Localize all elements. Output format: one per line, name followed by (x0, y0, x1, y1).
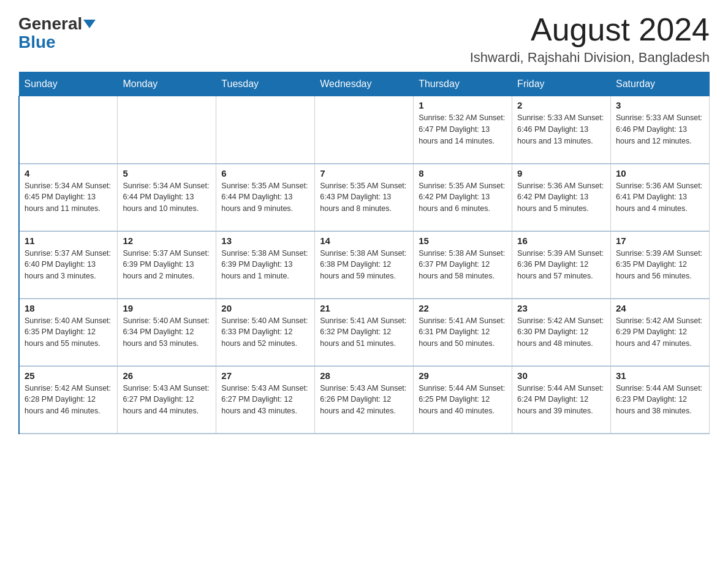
table-row: 31Sunrise: 5:44 AM Sunset: 6:23 PM Dayli… (611, 366, 710, 434)
table-row: 22Sunrise: 5:41 AM Sunset: 6:31 PM Dayli… (414, 299, 512, 366)
table-row: 28Sunrise: 5:43 AM Sunset: 6:26 PM Dayli… (315, 366, 414, 434)
table-row: 18Sunrise: 5:40 AM Sunset: 6:35 PM Dayli… (19, 299, 118, 366)
day-info: Sunrise: 5:42 AM Sunset: 6:29 PM Dayligh… (616, 315, 704, 350)
day-info: Sunrise: 5:40 AM Sunset: 6:35 PM Dayligh… (25, 315, 112, 350)
col-wednesday: Wednesday (315, 72, 414, 96)
day-info: Sunrise: 5:34 AM Sunset: 6:45 PM Dayligh… (25, 180, 112, 215)
week-row-3: 11Sunrise: 5:37 AM Sunset: 6:40 PM Dayli… (19, 231, 710, 299)
table-row: 9Sunrise: 5:36 AM Sunset: 6:42 PM Daylig… (512, 164, 611, 231)
day-number: 25 (25, 370, 112, 381)
day-info: Sunrise: 5:40 AM Sunset: 6:33 PM Dayligh… (221, 315, 309, 350)
page-header: General Blue August 2024 Ishwardi, Rajsh… (18, 12, 710, 66)
day-number: 21 (320, 303, 408, 313)
table-row (315, 96, 414, 164)
table-row: 26Sunrise: 5:43 AM Sunset: 6:27 PM Dayli… (118, 366, 216, 434)
calendar-table: Sunday Monday Tuesday Wednesday Thursday… (18, 72, 710, 434)
day-number: 22 (419, 303, 507, 313)
table-row: 29Sunrise: 5:44 AM Sunset: 6:25 PM Dayli… (414, 366, 512, 434)
day-number: 11 (25, 236, 112, 246)
title-section: August 2024 Ishwardi, Rajshahi Division,… (470, 12, 710, 66)
table-row: 4Sunrise: 5:34 AM Sunset: 6:45 PM Daylig… (19, 164, 118, 231)
day-number: 14 (320, 236, 408, 246)
day-number: 16 (517, 236, 605, 246)
location-subtitle: Ishwardi, Rajshahi Division, Bangladesh (470, 50, 710, 66)
table-row: 30Sunrise: 5:44 AM Sunset: 6:24 PM Dayli… (512, 366, 611, 434)
table-row: 11Sunrise: 5:37 AM Sunset: 6:40 PM Dayli… (19, 231, 118, 299)
day-info: Sunrise: 5:41 AM Sunset: 6:32 PM Dayligh… (320, 315, 408, 350)
table-row (118, 96, 216, 164)
day-number: 13 (221, 236, 309, 246)
logo-blue-text: Blue (18, 33, 56, 52)
table-row: 24Sunrise: 5:42 AM Sunset: 6:29 PM Dayli… (611, 299, 710, 366)
table-row (19, 96, 118, 164)
day-info: Sunrise: 5:39 AM Sunset: 6:36 PM Dayligh… (517, 248, 605, 282)
day-info: Sunrise: 5:37 AM Sunset: 6:39 PM Dayligh… (123, 248, 211, 282)
day-number: 27 (221, 370, 309, 381)
table-row: 23Sunrise: 5:42 AM Sunset: 6:30 PM Dayli… (512, 299, 611, 366)
logo: General Blue (18, 12, 96, 52)
table-row: 12Sunrise: 5:37 AM Sunset: 6:39 PM Dayli… (118, 231, 216, 299)
col-saturday: Saturday (611, 72, 710, 96)
day-info: Sunrise: 5:42 AM Sunset: 6:30 PM Dayligh… (517, 315, 605, 350)
day-number: 5 (123, 168, 211, 178)
table-row: 14Sunrise: 5:38 AM Sunset: 6:38 PM Dayli… (315, 231, 414, 299)
day-info: Sunrise: 5:39 AM Sunset: 6:35 PM Dayligh… (616, 248, 704, 282)
day-number: 9 (517, 168, 605, 178)
col-thursday: Thursday (414, 72, 512, 96)
table-row: 16Sunrise: 5:39 AM Sunset: 6:36 PM Dayli… (512, 231, 611, 299)
col-tuesday: Tuesday (216, 72, 315, 96)
table-row: 15Sunrise: 5:38 AM Sunset: 6:37 PM Dayli… (414, 231, 512, 299)
week-row-2: 4Sunrise: 5:34 AM Sunset: 6:45 PM Daylig… (19, 164, 710, 231)
day-info: Sunrise: 5:35 AM Sunset: 6:42 PM Dayligh… (419, 180, 507, 215)
day-info: Sunrise: 5:35 AM Sunset: 6:43 PM Dayligh… (320, 180, 408, 215)
day-number: 2 (517, 100, 605, 110)
day-number: 20 (221, 303, 309, 313)
day-number: 31 (616, 370, 704, 381)
day-info: Sunrise: 5:44 AM Sunset: 6:25 PM Dayligh… (419, 383, 507, 417)
table-row: 3Sunrise: 5:33 AM Sunset: 6:46 PM Daylig… (611, 96, 710, 164)
day-number: 12 (123, 236, 211, 246)
table-row: 6Sunrise: 5:35 AM Sunset: 6:44 PM Daylig… (216, 164, 315, 231)
day-info: Sunrise: 5:38 AM Sunset: 6:39 PM Dayligh… (221, 248, 309, 282)
day-number: 18 (25, 303, 112, 313)
table-row: 25Sunrise: 5:42 AM Sunset: 6:28 PM Dayli… (19, 366, 118, 434)
week-row-1: 1Sunrise: 5:32 AM Sunset: 6:47 PM Daylig… (19, 96, 710, 164)
day-info: Sunrise: 5:33 AM Sunset: 6:46 PM Dayligh… (517, 112, 605, 147)
day-number: 6 (221, 168, 309, 178)
day-number: 26 (123, 370, 211, 381)
day-info: Sunrise: 5:32 AM Sunset: 6:47 PM Dayligh… (419, 112, 507, 147)
day-info: Sunrise: 5:42 AM Sunset: 6:28 PM Dayligh… (25, 383, 112, 417)
day-number: 17 (616, 236, 704, 246)
table-row: 13Sunrise: 5:38 AM Sunset: 6:39 PM Dayli… (216, 231, 315, 299)
week-row-5: 25Sunrise: 5:42 AM Sunset: 6:28 PM Dayli… (19, 366, 710, 434)
day-number: 10 (616, 168, 704, 178)
logo-general-text: General (18, 15, 82, 33)
month-year-title: August 2024 (470, 12, 710, 47)
day-info: Sunrise: 5:43 AM Sunset: 6:26 PM Dayligh… (320, 383, 408, 417)
day-number: 7 (320, 168, 408, 178)
table-row: 21Sunrise: 5:41 AM Sunset: 6:32 PM Dayli… (315, 299, 414, 366)
table-row: 19Sunrise: 5:40 AM Sunset: 6:34 PM Dayli… (118, 299, 216, 366)
day-number: 28 (320, 370, 408, 381)
table-row: 7Sunrise: 5:35 AM Sunset: 6:43 PM Daylig… (315, 164, 414, 231)
table-row: 1Sunrise: 5:32 AM Sunset: 6:47 PM Daylig… (414, 96, 512, 164)
day-info: Sunrise: 5:35 AM Sunset: 6:44 PM Dayligh… (221, 180, 309, 215)
col-monday: Monday (118, 72, 216, 96)
table-row: 20Sunrise: 5:40 AM Sunset: 6:33 PM Dayli… (216, 299, 315, 366)
logo-triangle-icon (83, 20, 96, 28)
table-row: 8Sunrise: 5:35 AM Sunset: 6:42 PM Daylig… (414, 164, 512, 231)
day-info: Sunrise: 5:38 AM Sunset: 6:37 PM Dayligh… (419, 248, 507, 282)
day-number: 19 (123, 303, 211, 313)
day-info: Sunrise: 5:36 AM Sunset: 6:41 PM Dayligh… (616, 180, 704, 215)
table-row: 5Sunrise: 5:34 AM Sunset: 6:44 PM Daylig… (118, 164, 216, 231)
day-number: 29 (419, 370, 507, 381)
day-number: 8 (419, 168, 507, 178)
day-number: 1 (419, 100, 507, 110)
day-number: 3 (616, 100, 704, 110)
day-number: 4 (25, 168, 112, 178)
day-info: Sunrise: 5:41 AM Sunset: 6:31 PM Dayligh… (419, 315, 507, 350)
table-row (216, 96, 315, 164)
week-row-4: 18Sunrise: 5:40 AM Sunset: 6:35 PM Dayli… (19, 299, 710, 366)
day-info: Sunrise: 5:33 AM Sunset: 6:46 PM Dayligh… (616, 112, 704, 147)
day-info: Sunrise: 5:43 AM Sunset: 6:27 PM Dayligh… (221, 383, 309, 417)
